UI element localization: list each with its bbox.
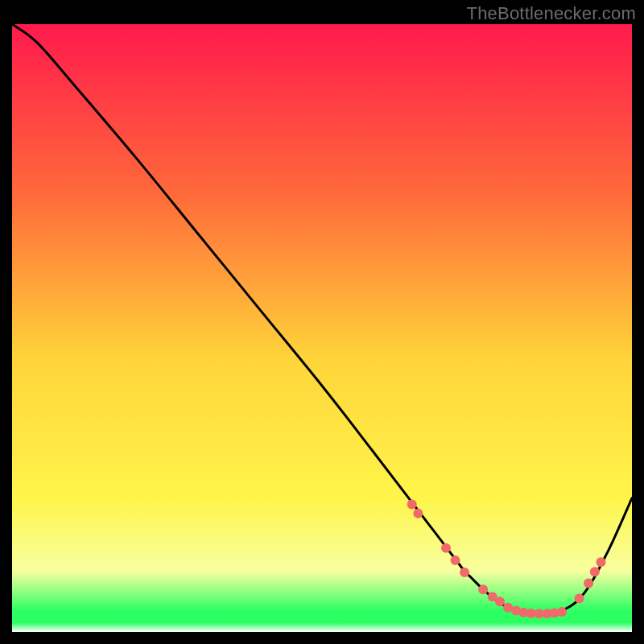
attribution-text: TheBottlenecker.com (467, 3, 636, 24)
curve-marker (597, 557, 606, 567)
curve-marker (451, 555, 460, 565)
curve-marker (557, 607, 567, 617)
curve-marker (590, 567, 600, 576)
curve-marker (407, 499, 417, 509)
curve-marker (575, 593, 584, 603)
plot-area (12, 24, 632, 632)
curve-marker (413, 509, 423, 518)
curve-marker (495, 597, 505, 606)
curve-marker (478, 584, 488, 594)
curve-marker (584, 579, 593, 588)
curve-marker (460, 568, 469, 577)
chart-frame: TheBottlenecker.com (0, 0, 644, 644)
gradient-background (12, 24, 632, 632)
curve-marker (441, 543, 451, 553)
bottleneck-chart (12, 24, 632, 632)
